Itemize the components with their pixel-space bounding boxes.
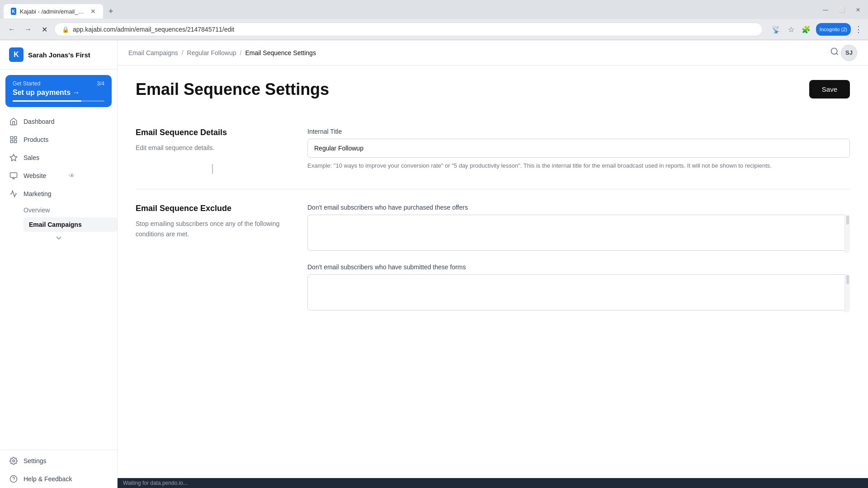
save-button[interactable]: Save xyxy=(809,80,850,99)
svg-line-12 xyxy=(836,53,838,55)
sidebar-logo[interactable]: K Sarah Jonas's First xyxy=(0,40,117,70)
section-details: Email Sequence Details Edit email sequen… xyxy=(136,113,850,189)
sidebar-item-products[interactable]: Products xyxy=(0,131,117,149)
offers-textarea[interactable] xyxy=(307,215,850,251)
get-started-card[interactable]: Get Started 3/4 Set up payments → xyxy=(5,75,112,107)
offers-scrollbar[interactable] xyxy=(844,215,850,253)
sidebar-item-dashboard[interactable]: Dashboard xyxy=(0,113,117,131)
settings-icon xyxy=(9,456,18,465)
tab-close-button[interactable]: ✕ xyxy=(90,8,96,15)
avatar[interactable]: SJ xyxy=(841,45,857,61)
sidebar-item-products-label: Products xyxy=(24,136,108,143)
url-text: app.kajabi.com/admin/email_sequences/214… xyxy=(73,26,755,33)
section-exclude-left: Email Sequence Exclude Stop emailing sub… xyxy=(136,204,289,312)
internal-title-input[interactable] xyxy=(307,139,850,158)
tab-favicon: K xyxy=(11,8,16,15)
sidebar-divider xyxy=(0,450,117,450)
sidebar-item-marketing[interactable]: Marketing xyxy=(0,185,117,203)
sidebar: K Sarah Jonas's First Get Started 3/4 Se… xyxy=(0,40,118,488)
sidebar-item-help[interactable]: Help & Feedback xyxy=(0,470,117,488)
progress-fill xyxy=(13,100,81,102)
get-started-label: Get Started 3/4 xyxy=(13,80,104,87)
sidebar-item-email-campaigns-label: Email Campaigns xyxy=(29,221,82,228)
bookmark-button[interactable]: ☆ xyxy=(786,23,796,36)
help-icon xyxy=(9,474,18,483)
app-container: K Sarah Jonas's First Get Started 3/4 Se… xyxy=(0,40,868,488)
svg-marker-4 xyxy=(10,155,17,161)
logo-char: K xyxy=(14,51,19,59)
extension-button[interactable]: 🧩 xyxy=(800,23,812,36)
sidebar-item-settings[interactable]: Settings xyxy=(0,452,117,470)
new-tab-button[interactable]: + xyxy=(105,5,117,18)
sidebar-item-dashboard-label: Dashboard xyxy=(24,118,108,125)
progress-bar xyxy=(13,100,104,102)
sidebar-item-email-campaigns[interactable]: Email Campaigns xyxy=(24,217,117,232)
url-bar[interactable]: 🔒 app.kajabi.com/admin/email_sequences/2… xyxy=(54,23,763,36)
svg-point-8 xyxy=(13,460,15,462)
section-exclude: Email Sequence Exclude Stop emailing sub… xyxy=(136,189,850,327)
breadcrumb-regular-followup[interactable]: Regular Followup xyxy=(187,49,236,56)
section-exclude-desc: Stop emailing subscribers once any of th… xyxy=(136,219,289,239)
forms-label: Don't email subscribers who have submitt… xyxy=(307,263,850,271)
page-header: Email Sequence Settings Save xyxy=(136,80,850,99)
sidebar-item-overview[interactable]: Overview xyxy=(24,203,117,217)
sidebar-item-sales-label: Sales xyxy=(24,154,108,161)
status-text: Waiting for data.pendo.io... xyxy=(123,480,188,486)
scroll-indicator xyxy=(0,232,117,244)
section-details-title: Email Sequence Details xyxy=(136,128,289,137)
cursor-indicator: | xyxy=(136,162,289,174)
minimize-button[interactable]: — xyxy=(819,4,832,16)
forward-button[interactable]: → xyxy=(22,23,34,36)
sidebar-item-help-label: Help & Feedback xyxy=(24,475,108,483)
main-content: Email Sequence Settings Save Email Seque… xyxy=(118,66,868,478)
section-exclude-title: Email Sequence Exclude xyxy=(136,204,289,213)
sidebar-item-sales[interactable]: Sales xyxy=(0,149,117,167)
eye-icon[interactable]: 👁 xyxy=(69,172,108,179)
svg-rect-0 xyxy=(10,136,13,139)
breadcrumb-sep-1: / xyxy=(182,49,184,56)
offers-container xyxy=(307,215,850,253)
main-area: Email Campaigns / Regular Followup / Ema… xyxy=(118,40,868,488)
sidebar-item-overview-label: Overview xyxy=(24,206,50,214)
marketing-icon xyxy=(9,189,18,198)
active-tab[interactable]: K Kajabi - /admin/email_sequence... ✕ xyxy=(4,4,103,19)
cast-button[interactable]: 📡 xyxy=(770,23,783,36)
back-button[interactable]: ← xyxy=(5,23,18,36)
tab-bar: K Kajabi - /admin/email_sequence... ✕ + … xyxy=(0,0,868,19)
forms-scroll-thumb xyxy=(846,275,849,284)
close-browser-button[interactable]: ✕ xyxy=(852,4,864,16)
reload-button[interactable]: ✕ xyxy=(38,23,51,36)
forms-textarea[interactable] xyxy=(307,274,850,310)
tab-title: Kajabi - /admin/email_sequence... xyxy=(20,8,85,15)
section-details-right: Internal Title Example: "10 ways to impr… xyxy=(307,128,850,174)
breadcrumb: Email Campaigns / Regular Followup / Ema… xyxy=(128,49,828,56)
offers-label: Don't email subscribers who have purchas… xyxy=(307,204,850,211)
get-started-action: Set up payments → xyxy=(13,89,104,97)
page-title: Email Sequence Settings xyxy=(136,80,329,99)
breadcrumb-email-campaigns[interactable]: Email Campaigns xyxy=(128,49,178,56)
address-bar: ← → ✕ 🔒 app.kajabi.com/admin/email_seque… xyxy=(0,19,868,40)
sidebar-item-settings-label: Settings xyxy=(24,457,108,465)
logo-icon: K xyxy=(9,47,24,62)
status-bar: Waiting for data.pendo.io... xyxy=(118,478,868,488)
breadcrumb-current: Email Sequence Settings xyxy=(245,49,316,56)
svg-rect-5 xyxy=(10,173,17,178)
home-icon xyxy=(9,117,18,126)
section-exclude-right: Don't email subscribers who have purchas… xyxy=(307,204,850,312)
svg-point-11 xyxy=(831,48,837,54)
browser-actions: 📡 ☆ 🧩 Incognito (2) ⋮ xyxy=(770,23,863,36)
website-icon xyxy=(9,171,18,180)
sales-icon xyxy=(9,153,18,162)
forms-container xyxy=(307,274,850,312)
search-button[interactable] xyxy=(828,45,841,60)
section-details-desc: Edit email sequence details. xyxy=(136,143,289,153)
internal-title-hint: Example: "10 ways to improve your conver… xyxy=(307,161,850,170)
forms-scrollbar[interactable] xyxy=(844,274,850,312)
products-icon xyxy=(9,135,18,144)
marketing-subnav: Overview Email Campaigns xyxy=(0,203,117,232)
browser-chrome: K Kajabi - /admin/email_sequence... ✕ + … xyxy=(0,0,868,40)
sidebar-item-website[interactable]: Website 👁 xyxy=(0,167,117,185)
browser-menu-button[interactable]: ⋮ xyxy=(854,24,863,34)
restore-button[interactable]: ⬜ xyxy=(835,4,848,16)
profile-button[interactable]: Incognito (2) xyxy=(816,23,851,36)
